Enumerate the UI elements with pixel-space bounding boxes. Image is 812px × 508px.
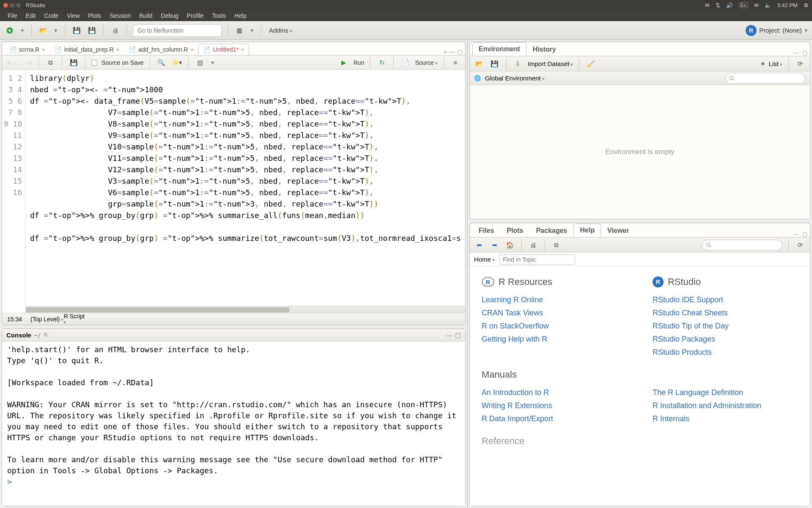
- help-link[interactable]: RStudio Products: [653, 346, 798, 359]
- rerun-button[interactable]: ↻: [376, 57, 387, 68]
- menu-plots[interactable]: Plots: [84, 12, 105, 19]
- wand-button[interactable]: ✨▾: [171, 57, 182, 68]
- messaging-icon[interactable]: ✉: [705, 2, 710, 8]
- file-type-dropdown[interactable]: R Script: [63, 313, 460, 325]
- help-link[interactable]: CRAN Task Views: [482, 306, 627, 320]
- minimize-pane-icon[interactable]: —: [446, 331, 453, 339]
- close-icon[interactable]: [3, 3, 8, 8]
- menu-session[interactable]: Session: [105, 12, 135, 19]
- console-output[interactable]: 'help.start()' for an HTML browser inter…: [2, 342, 465, 506]
- view-mode-dropdown[interactable]: List: [769, 60, 782, 67]
- close-icon[interactable]: ×: [42, 47, 45, 53]
- show-in-new-window-button[interactable]: ⧉: [45, 57, 56, 68]
- tab-history[interactable]: History: [527, 43, 562, 56]
- addins-dropdown[interactable]: Addins: [267, 25, 294, 36]
- minimize-pane-icon[interactable]: —: [793, 50, 799, 56]
- console-popout-icon[interactable]: ⇱: [44, 331, 49, 339]
- help-link[interactable]: R Data Import/Export: [482, 412, 627, 425]
- tab-scrna[interactable]: 📄scrna.R×: [5, 44, 50, 55]
- help-link[interactable]: The R Language Definition: [653, 386, 798, 399]
- import-dataset-dropdown[interactable]: Import Dataset: [528, 60, 573, 67]
- menu-tools[interactable]: Tools: [208, 12, 230, 19]
- tab-add-hrs-column[interactable]: 📄add_hrs_column.R×: [124, 44, 198, 55]
- tab-files[interactable]: Files: [472, 224, 500, 237]
- help-forward-button[interactable]: ➡: [489, 240, 500, 251]
- import-dataset-icon[interactable]: ⇩: [513, 58, 524, 69]
- code-area[interactable]: library(dplyr) nbed ="t-op"><- ="t-num">…: [26, 70, 465, 313]
- menu-help[interactable]: Help: [230, 12, 251, 19]
- notebook-dropdown[interactable]: ▾: [210, 57, 216, 68]
- help-link[interactable]: Writing R Extensions: [482, 399, 627, 412]
- save-workspace-button[interactable]: 💾: [489, 58, 500, 69]
- project-menu[interactable]: R Project: (None) ▾: [746, 25, 808, 36]
- menu-debug[interactable]: Debug: [156, 12, 182, 19]
- maximize-pane-icon[interactable]: ▢: [455, 331, 461, 339]
- minimize-icon[interactable]: [10, 3, 14, 8]
- help-link[interactable]: R Internals: [653, 412, 798, 425]
- help-link[interactable]: R Installation and Administration: [653, 399, 798, 412]
- sound-icon[interactable]: 🔊: [726, 2, 733, 8]
- tab-untitled[interactable]: 📄Untitled1*×: [198, 44, 249, 55]
- home-dropdown[interactable]: Home: [474, 256, 495, 263]
- tab-plots[interactable]: Plots: [500, 224, 529, 237]
- help-back-button[interactable]: ⬅: [474, 240, 485, 251]
- close-icon[interactable]: ×: [191, 47, 194, 53]
- menu-build[interactable]: Build: [135, 12, 156, 19]
- tab-initial-data-prep[interactable]: 📄initial_data_prep.R×: [50, 44, 124, 55]
- run-label[interactable]: Run: [354, 59, 365, 66]
- clock[interactable]: 3:42 PM: [777, 2, 798, 8]
- help-link[interactable]: RStudio Packages: [653, 333, 798, 346]
- new-file-button[interactable]: [4, 25, 15, 36]
- source-on-save-checkbox[interactable]: [91, 60, 97, 66]
- help-link[interactable]: RStudio IDE Support: [653, 293, 798, 306]
- new-file-dropdown[interactable]: ▾: [19, 25, 25, 36]
- maximize-pane-icon[interactable]: ▢: [802, 231, 807, 237]
- save-button[interactable]: 💾: [71, 25, 82, 36]
- maximize-pane-icon[interactable]: ▢: [802, 50, 807, 56]
- open-recent-dropdown[interactable]: ▾: [53, 25, 59, 36]
- help-link[interactable]: RStudio Tip of the Day: [653, 320, 798, 333]
- code-editor[interactable]: 1 2 3 4 5 6 7 8 9 10 11 12 13 14 15 16 l…: [2, 70, 465, 313]
- print-button[interactable]: 🖨: [110, 25, 121, 36]
- menu-code[interactable]: Code: [40, 12, 63, 19]
- close-icon[interactable]: ×: [116, 47, 120, 53]
- help-link[interactable]: Learning R Online: [482, 293, 627, 306]
- close-icon[interactable]: ×: [241, 47, 244, 53]
- network-icon[interactable]: ⇅: [716, 2, 720, 8]
- tab-help[interactable]: Help: [573, 224, 601, 237]
- environment-scope-dropdown[interactable]: Global Environment: [485, 75, 545, 82]
- gear-icon[interactable]: ⚙: [804, 2, 809, 8]
- popout-help-button[interactable]: ⧉: [551, 240, 562, 251]
- grid-button[interactable]: ▦: [234, 25, 245, 36]
- menu-view[interactable]: View: [63, 12, 84, 19]
- more-tabs-icon[interactable]: »: [444, 49, 447, 55]
- help-search-input[interactable]: [702, 240, 782, 251]
- minimize-pane-icon[interactable]: —: [450, 49, 455, 55]
- grid-dropdown[interactable]: ▾: [249, 25, 255, 36]
- refresh-help-button[interactable]: ⟳: [795, 240, 806, 251]
- source-button[interactable]: 📄: [400, 57, 411, 68]
- maximize-pane-icon[interactable]: ▢: [458, 49, 463, 55]
- home-button[interactable]: 🏠: [505, 240, 516, 251]
- source-label[interactable]: Source: [415, 59, 437, 66]
- help-link[interactable]: An Introduction to R: [482, 386, 627, 399]
- minimize-pane-icon[interactable]: —: [793, 231, 799, 237]
- help-link[interactable]: R on StackOverflow: [482, 320, 627, 333]
- help-link[interactable]: Getting Help with R: [482, 333, 627, 346]
- mail-icon[interactable]: ✉: [754, 2, 759, 8]
- load-workspace-button[interactable]: 📂: [474, 58, 485, 69]
- help-content[interactable]: RR Resources Learning R Online CRAN Task…: [470, 266, 810, 506]
- tab-environment[interactable]: Environment: [472, 42, 527, 56]
- help-link[interactable]: RStudio Cheat Sheets: [653, 306, 798, 320]
- environment-search-input[interactable]: [725, 73, 806, 84]
- scope-dropdown[interactable]: (Top Level): [30, 316, 63, 323]
- notebook-button[interactable]: ▤: [195, 57, 206, 68]
- lang-indicator[interactable]: En: [739, 2, 748, 8]
- volume-icon[interactable]: 🔈: [765, 2, 771, 8]
- run-button[interactable]: ▶: [338, 57, 349, 68]
- menu-edit[interactable]: Edit: [22, 12, 40, 19]
- menu-profile[interactable]: Profile: [183, 12, 208, 19]
- horizontal-scrollbar[interactable]: [26, 306, 465, 313]
- find-button[interactable]: 🔍: [156, 57, 167, 68]
- save-button[interactable]: 💾: [68, 57, 79, 68]
